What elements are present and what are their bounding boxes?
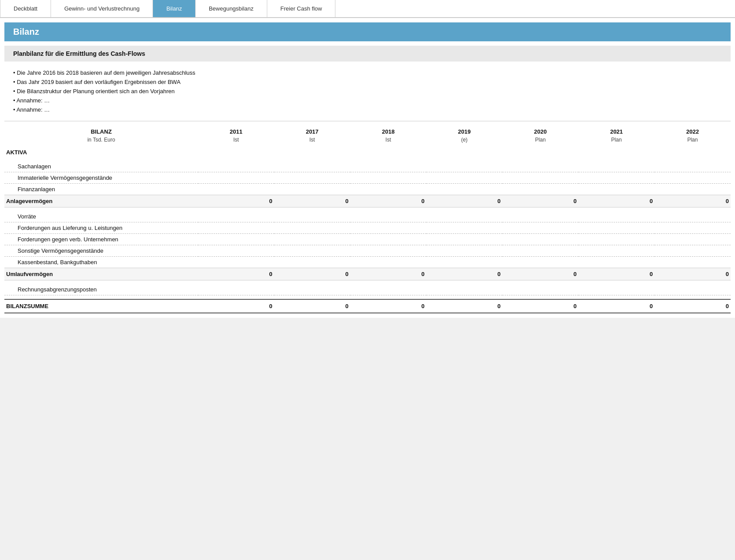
immaterielle-2019 xyxy=(426,172,502,184)
sachanlagen-2011 xyxy=(198,161,274,172)
col-2011-header: 2011 xyxy=(198,126,274,136)
col-sublabel: in Tsd. Euro xyxy=(4,136,198,145)
note-1: Die Jahre 2016 bis 2018 basieren auf dem… xyxy=(13,68,722,77)
page-title: Bilanz xyxy=(13,27,722,37)
table-row-rechnungsabgrenzung: Rechnungsabgrenzungsposten xyxy=(4,284,731,295)
bilanzsumme-2022: 0 xyxy=(655,299,731,313)
rechnungsabgrenzung-label: Rechnungsabgrenzungsposten xyxy=(4,284,198,295)
umlaufvermoegen-2019: 0 xyxy=(426,268,502,280)
finanzanlagen-2019 xyxy=(426,184,502,195)
anlagevermoegen-2017: 0 xyxy=(274,195,350,207)
col-2020-header: 2020 xyxy=(502,126,579,136)
table-row-vorrrate: Vorräte xyxy=(4,211,731,222)
table-row-bilanzsumme: BILANZSUMME 0 0 0 0 0 0 0 xyxy=(4,299,731,313)
finanzanlagen-2022 xyxy=(655,184,731,195)
table-row-immaterielle: Immaterielle Vermögensgegenstände xyxy=(4,172,731,184)
table-row-sachanlagen: Sachanlagen xyxy=(4,161,731,172)
page-header: Bilanz xyxy=(4,22,731,41)
table-row-anlagevermoegen: Anlagevermögen 0 0 0 0 0 0 0 xyxy=(4,195,731,207)
vorraete-2021 xyxy=(579,211,655,222)
col-label-header: BILANZ xyxy=(4,126,198,136)
bilanzsumme-2011: 0 xyxy=(198,299,274,313)
bilanzsumme-label: BILANZSUMME xyxy=(4,299,198,313)
sachanlagen-2019 xyxy=(426,161,502,172)
table-area: BILANZ 2011 2017 2018 2019 2020 2021 202… xyxy=(0,121,735,318)
bilanzsumme-2017: 0 xyxy=(274,299,350,313)
notes-section: Die Jahre 2016 bis 2018 basieren auf dem… xyxy=(4,62,731,121)
immaterielle-2011 xyxy=(198,172,274,184)
anlagevermoegen-2019: 0 xyxy=(426,195,502,207)
sonstige-label: Sonstige Vermögensgegenstände xyxy=(4,245,198,257)
spacer-1 xyxy=(4,157,731,161)
forderungen-verb-label: Forderungen gegen verb. Unternehmen xyxy=(4,234,198,245)
bilanzsumme-2018: 0 xyxy=(350,299,426,313)
finanzanlagen-label: Finanzanlagen xyxy=(4,184,198,195)
umlaufvermoegen-2011: 0 xyxy=(198,268,274,280)
sub-2019: (e) xyxy=(426,136,502,145)
immaterielle-2017 xyxy=(274,172,350,184)
anlagevermoegen-2020: 0 xyxy=(502,195,579,207)
umlaufvermoegen-2021: 0 xyxy=(579,268,655,280)
table-subheader-row: in Tsd. Euro Ist Ist Ist (e) Plan Plan P… xyxy=(4,136,731,145)
immaterielle-label: Immaterielle Vermögensgegenstände xyxy=(4,172,198,184)
spacer-3 xyxy=(4,280,731,284)
anlagevermoegen-2022: 0 xyxy=(655,195,731,207)
finanzanlagen-2018 xyxy=(350,184,426,195)
sachanlagen-2017 xyxy=(274,161,350,172)
aktiva-label-row: AKTIVA xyxy=(4,145,731,157)
vorraete-2022 xyxy=(655,211,731,222)
col-2018-header: 2018 xyxy=(350,126,426,136)
table-row-finanzanlagen: Finanzanlagen xyxy=(4,184,731,195)
sub-2011: Ist xyxy=(198,136,274,145)
table-row-forderungen-verb: Forderungen gegen verb. Unternehmen xyxy=(4,234,731,245)
section-header: Planbilanz für die Ermittlung des Cash-F… xyxy=(4,46,731,62)
tab-cashflow[interactable]: Freier Cash flow xyxy=(267,0,336,17)
sub-2017: Ist xyxy=(274,136,350,145)
note-4: Annahme: … xyxy=(13,96,722,105)
bilanz-table: BILANZ 2011 2017 2018 2019 2020 2021 202… xyxy=(4,126,731,313)
bilanzsumme-2021: 0 xyxy=(579,299,655,313)
tab-deckblatt[interactable]: Deckblatt xyxy=(0,0,51,17)
finanzanlagen-2020 xyxy=(502,184,579,195)
sub-2020: Plan xyxy=(502,136,579,145)
tab-bewegungsbilanz[interactable]: Bewegungsbilanz xyxy=(196,0,267,17)
immaterielle-2022 xyxy=(655,172,731,184)
sachanlagen-2020 xyxy=(502,161,579,172)
forderungen-lieferung-label: Forderungen aus Lieferung u. Leistungen xyxy=(4,222,198,234)
main-content: Deckblatt Gewinn- und Verlustrechnung Bi… xyxy=(0,0,735,318)
immaterielle-2018 xyxy=(350,172,426,184)
anlagevermoegen-2021: 0 xyxy=(579,195,655,207)
notes-list: Die Jahre 2016 bis 2018 basieren auf dem… xyxy=(13,68,722,114)
note-3: Die Bilanzstruktur der Planung orientier… xyxy=(13,87,722,96)
vorraete-2020 xyxy=(502,211,579,222)
col-2021-header: 2021 xyxy=(579,126,655,136)
table-row-sonstige: Sonstige Vermögensgegenstände xyxy=(4,245,731,257)
vorraete-2019 xyxy=(426,211,502,222)
sachanlagen-2022 xyxy=(655,161,731,172)
table-row-forderungen-lieferung: Forderungen aus Lieferung u. Leistungen xyxy=(4,222,731,234)
immaterielle-2021 xyxy=(579,172,655,184)
table-row-kassenbestand: Kassenbestand, Bankguthaben xyxy=(4,257,731,268)
anlagevermoegen-2018: 0 xyxy=(350,195,426,207)
section-header-text: Planbilanz für die Ermittlung des Cash-F… xyxy=(13,50,145,57)
spacer-2 xyxy=(4,207,731,211)
table-header-row: BILANZ 2011 2017 2018 2019 2020 2021 202… xyxy=(4,126,731,136)
vorraete-2018 xyxy=(350,211,426,222)
sub-2018: Ist xyxy=(350,136,426,145)
finanzanlagen-2021 xyxy=(579,184,655,195)
sachanlagen-2018 xyxy=(350,161,426,172)
sub-2021: Plan xyxy=(579,136,655,145)
aktiva-label: AKTIVA xyxy=(4,145,198,157)
vorraete-2017 xyxy=(274,211,350,222)
immaterielle-2020 xyxy=(502,172,579,184)
sachanlagen-label: Sachanlagen xyxy=(4,161,198,172)
sub-2022: Plan xyxy=(655,136,731,145)
tab-gewinn[interactable]: Gewinn- und Verlustrechnung xyxy=(51,0,153,17)
tab-bilanz[interactable]: Bilanz xyxy=(153,0,195,17)
col-2017-header: 2017 xyxy=(274,126,350,136)
umlaufvermoegen-2020: 0 xyxy=(502,268,579,280)
table-row-umlaufvermoegen: Umlaufvermögen 0 0 0 0 0 0 0 xyxy=(4,268,731,280)
umlaufvermoegen-label: Umlaufvermögen xyxy=(4,268,198,280)
bilanzsumme-2019: 0 xyxy=(426,299,502,313)
note-5: Annahme: … xyxy=(13,105,722,114)
